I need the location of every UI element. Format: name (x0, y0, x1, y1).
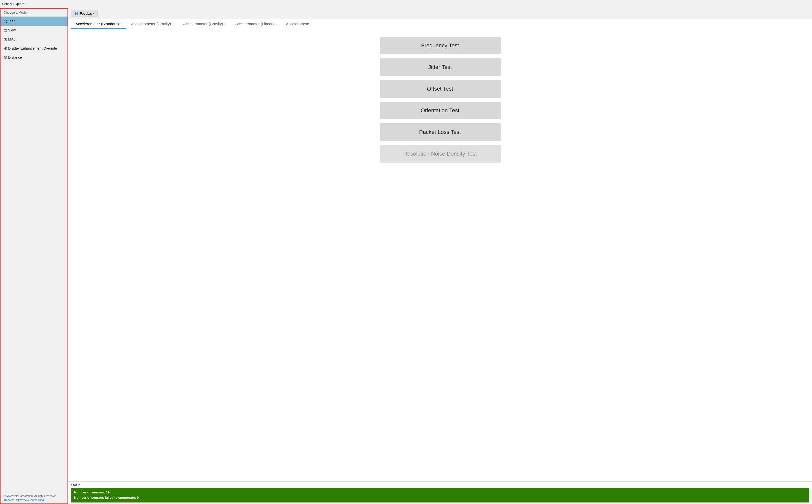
test-button-frequency-test[interactable]: Frequency Test (380, 37, 501, 54)
footer-links: Trademarks|Privacy|Source|Blog (4, 498, 64, 501)
status-line2: Number of sensors failed to enumerate: 0 (74, 495, 806, 500)
app-title: Sensor Explorer (2, 2, 25, 6)
test-button-offset-test[interactable]: Offset Test (380, 80, 501, 98)
content-area: 👥 Feedback Accelerometer (Standard) 1Acc… (68, 8, 812, 504)
test-button-orientation-test[interactable]: Orientation Test (380, 102, 501, 119)
status-line1: Number of sensors: 19 (74, 490, 806, 495)
test-buttons-area: Frequency TestJitter TestOffset TestOrie… (68, 29, 812, 481)
feedback-button[interactable]: 👥 Feedback (71, 10, 97, 17)
test-button-jitter-test[interactable]: Jitter Test (380, 58, 501, 76)
feedback-label: Feedback (80, 12, 94, 15)
sidebar-item-view[interactable]: 2) View (1, 26, 67, 35)
tabs-bar: Accelerometer (Standard) 1Accelerometer … (68, 19, 812, 29)
footer-link-trademarks[interactable]: Trademarks (4, 498, 18, 501)
tab-accel-linear-1[interactable]: Accelerometer (Linear) 1 (231, 19, 282, 29)
status-label: Status: (71, 483, 809, 487)
sidebar-item-test[interactable]: 1) Test (1, 17, 67, 26)
copyright-text: © Microsoft Corporation. All rights rese… (4, 494, 64, 497)
footer-link-privacy[interactable]: Privacy (19, 498, 28, 501)
content-header: 👥 Feedback (68, 8, 812, 19)
main-layout: Choose a Mode 1) Test2) View3) MALT4) Di… (0, 8, 812, 504)
sidebar-footer: © Microsoft Corporation. All rights rese… (1, 492, 67, 503)
sidebar-menu: 1) Test2) View3) MALT4) Display Enhancem… (1, 17, 67, 492)
feedback-icon: 👥 (74, 12, 78, 15)
sidebar-item-display-enhancement[interactable]: 4) Display Enhancement Override (1, 44, 67, 53)
tab-accel-standard-1[interactable]: Accelerometer (Standard) 1 (71, 19, 126, 29)
footer-link-source[interactable]: Source (29, 498, 38, 501)
status-info: Number of sensors: 19 Number of sensors … (71, 488, 809, 502)
sidebar-item-malt[interactable]: 3) MALT (1, 35, 67, 44)
sidebar-header: Choose a Mode (1, 9, 67, 17)
sidebar: Choose a Mode 1) Test2) View3) MALT4) Di… (0, 8, 68, 504)
test-button-resolution-noise-density-test: Resolution Noise Density Test (380, 145, 501, 163)
footer-link-blog[interactable]: Blog (38, 498, 44, 501)
sidebar-item-distance[interactable]: 5) Distance (1, 53, 67, 62)
tab-accel-gravity-2[interactable]: Accelerometer (Gravity) 2 (178, 19, 231, 29)
title-bar: Sensor Explorer (0, 0, 812, 8)
tab-accel-more[interactable]: Acceleromete… (282, 19, 318, 29)
status-bar: Status: Number of sensors: 19 Number of … (68, 481, 812, 504)
test-button-packet-loss-test[interactable]: Packet Loss Test (380, 123, 501, 141)
tab-accel-gravity-1[interactable]: Accelerometer (Gravity) 1 (126, 19, 178, 29)
